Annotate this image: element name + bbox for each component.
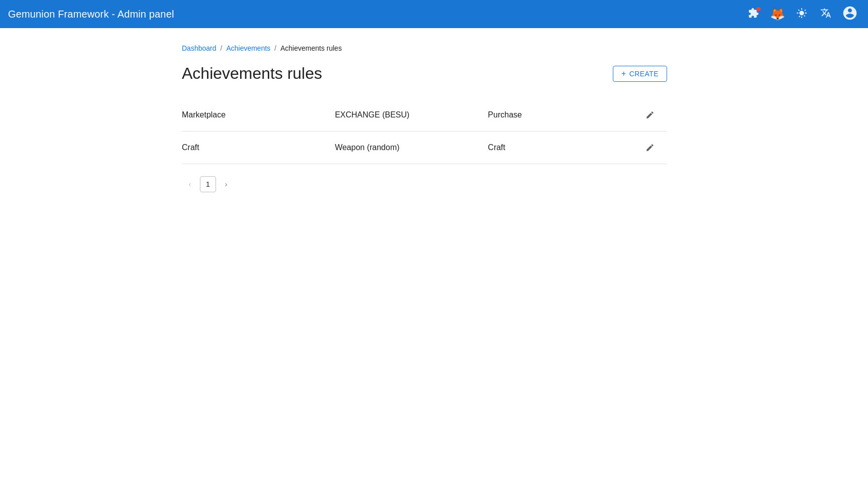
- brightness-btn[interactable]: [792, 4, 812, 24]
- rule-col1: Marketplace: [182, 110, 335, 119]
- header-actions: 🦊: [743, 4, 860, 24]
- breadcrumb-sep-1: /: [221, 44, 223, 52]
- fox-avatar-icon: 🦊: [770, 7, 785, 21]
- rule-col2: EXCHANGE (BESU): [335, 110, 488, 119]
- create-label: CREATE: [629, 70, 659, 78]
- pagination-prev[interactable]: ‹: [182, 176, 198, 192]
- create-button[interactable]: + CREATE: [613, 66, 667, 82]
- account-btn[interactable]: [840, 4, 860, 24]
- edit-button-row1[interactable]: [641, 106, 659, 124]
- rule-col2: Weapon (random): [335, 143, 488, 152]
- rule-col1: Craft: [182, 143, 335, 152]
- edit-button-row2[interactable]: [641, 139, 659, 157]
- translate-icon: [820, 8, 831, 21]
- breadcrumb: Dashboard / Achievements / Achievements …: [182, 44, 868, 52]
- app-header: Gemunion Framework - Admin panel 🦊: [0, 0, 868, 28]
- rule-actions: [641, 106, 667, 124]
- page-title: Achievements rules: [182, 64, 322, 83]
- app-title: Gemunion Framework - Admin panel: [8, 9, 174, 20]
- fox-avatar-btn[interactable]: 🦊: [768, 4, 788, 24]
- notification-dot: [756, 7, 761, 11]
- pagination-next[interactable]: ›: [218, 176, 234, 192]
- pagination: ‹ 1 ›: [182, 176, 868, 192]
- puzzle-icon-btn[interactable]: [743, 4, 764, 24]
- create-plus-icon: +: [621, 69, 626, 78]
- rule-col3: Craft: [488, 143, 641, 152]
- rule-col3: Purchase: [488, 110, 641, 119]
- table-row: Craft Weapon (random) Craft: [182, 132, 667, 164]
- breadcrumb-current: Achievements rules: [280, 44, 342, 52]
- main-content: Dashboard / Achievements / Achievements …: [0, 28, 868, 502]
- account-circle-icon: [842, 5, 858, 24]
- rule-actions: [641, 139, 667, 157]
- brightness-icon: [796, 8, 807, 21]
- chevron-right-icon: ›: [225, 180, 228, 188]
- rules-list: Marketplace EXCHANGE (BESU) Purchase Cra…: [182, 99, 667, 164]
- table-row: Marketplace EXCHANGE (BESU) Purchase: [182, 99, 667, 132]
- breadcrumb-achievements[interactable]: Achievements: [226, 44, 270, 52]
- chevron-left-icon: ‹: [189, 180, 191, 188]
- breadcrumb-sep-2: /: [274, 44, 276, 52]
- translate-btn[interactable]: [816, 4, 836, 24]
- breadcrumb-dashboard[interactable]: Dashboard: [182, 44, 216, 52]
- pagination-page-1[interactable]: 1: [200, 176, 216, 192]
- page-header: Achievements rules + CREATE: [182, 64, 868, 83]
